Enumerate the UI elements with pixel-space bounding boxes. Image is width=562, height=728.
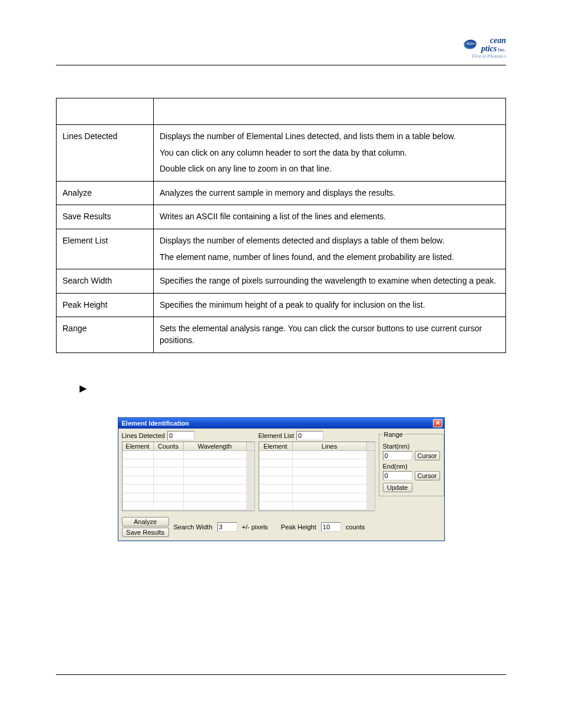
- term-cell: Analyze: [57, 181, 154, 205]
- peak-height-input[interactable]: 10: [321, 522, 341, 532]
- range-end-cursor-button[interactable]: Cursor: [415, 471, 440, 480]
- table-row: Lines DetectedDisplays the number of Ele…: [57, 125, 506, 182]
- table-row: [259, 502, 375, 510]
- search-width-input[interactable]: 3: [217, 522, 237, 532]
- lines-scrollbar[interactable]: [247, 442, 255, 450]
- table-row: [123, 459, 255, 467]
- procedure-marker: ▶: [80, 383, 506, 394]
- table-row: [123, 467, 255, 476]
- logo-suffix: Inc.: [498, 47, 506, 52]
- element-list-value: 0: [296, 431, 323, 440]
- search-width-unit: +/- pixels: [242, 523, 268, 531]
- desc-cell: Specifies the minimum height of a peak t…: [154, 293, 506, 317]
- element-table[interactable]: Element Lines: [259, 442, 375, 511]
- lines-col-element[interactable]: Element: [123, 442, 154, 450]
- dialog-titlebar[interactable]: Element Identification ✕: [118, 418, 444, 429]
- table-row: Search WidthSpecifies the range of pixel…: [57, 269, 506, 294]
- desc-cell: Writes an ASCII file containing a list o…: [154, 205, 506, 229]
- range-end-label: End(nm): [383, 463, 440, 470]
- table-row: AnalyzeAnalyzes the current sample in me…: [57, 181, 506, 205]
- table-row: [259, 451, 375, 459]
- range-end-input[interactable]: 0: [383, 471, 412, 480]
- globe-icon: [462, 38, 479, 51]
- analyze-button[interactable]: Analyze: [122, 517, 169, 526]
- element-scrollbar[interactable]: [367, 442, 375, 450]
- range-start-label: Start(nm): [383, 443, 440, 450]
- range-update-button[interactable]: Update: [383, 483, 412, 492]
- logo-tagline: First in Photonics: [462, 54, 506, 59]
- range-fieldset: Range Start(nm) 0 Cursor End(nm) 0 Curso…: [379, 431, 444, 496]
- element-list-label: Element List: [259, 432, 295, 439]
- table-row: [123, 502, 255, 510]
- table-row: Peak HeightSpecifies the minimum height …: [57, 293, 506, 317]
- brand-logo: cean pticsInc. First in Photonics: [462, 35, 506, 59]
- peak-height-label: Peak Height: [281, 523, 316, 531]
- header-divider: [56, 65, 506, 65]
- table-row: Save ResultsWrites an ASCII file contain…: [57, 205, 506, 229]
- el-col-lines[interactable]: Lines: [293, 442, 367, 450]
- table-row: RangeSets the elemental analysis range. …: [57, 317, 506, 353]
- element-identification-dialog: Element Identification ✕ Lines Detected …: [118, 417, 445, 541]
- table-row: [259, 476, 375, 485]
- table-row: [259, 485, 375, 493]
- table-header-blank-2: [154, 98, 506, 125]
- range-start-input[interactable]: 0: [383, 451, 412, 460]
- table-row: [259, 493, 375, 502]
- dialog-title: Element Identification: [122, 420, 189, 427]
- table-row: Element ListDisplays the number of eleme…: [57, 229, 506, 269]
- range-legend: Range: [383, 431, 404, 438]
- peak-height-unit: counts: [346, 523, 365, 531]
- term-cell: Lines Detected: [57, 125, 154, 182]
- table-row: [259, 467, 375, 476]
- lines-table[interactable]: Element Counts Wavelength: [122, 442, 255, 511]
- range-start-cursor-button[interactable]: Cursor: [415, 451, 440, 460]
- table-row: [123, 493, 255, 502]
- lines-detected-label: Lines Detected: [122, 432, 165, 439]
- definitions-table: Lines DetectedDisplays the number of Ele…: [56, 98, 506, 353]
- search-width-label: Search Width: [174, 523, 213, 531]
- save-results-button[interactable]: Save Results: [122, 528, 169, 537]
- desc-cell: Specifies the range of pixels surroundin…: [154, 269, 506, 294]
- table-row: [123, 485, 255, 493]
- lines-col-wavelength[interactable]: Wavelength: [184, 442, 247, 450]
- desc-cell: Sets the elemental analysis range. You c…: [154, 317, 506, 353]
- footer-divider: [56, 674, 506, 675]
- table-row: [259, 459, 375, 467]
- term-cell: Peak Height: [57, 293, 154, 317]
- logo-text-2: ptics: [481, 44, 497, 53]
- term-cell: Range: [57, 317, 154, 353]
- term-cell: Save Results: [57, 205, 154, 229]
- table-header-blank-1: [57, 98, 154, 125]
- desc-cell: Analyzes the current sample in memory an…: [154, 181, 506, 205]
- term-cell: Element List: [57, 229, 154, 269]
- table-row: [123, 476, 255, 485]
- desc-cell: Displays the number of Elemental Lines d…: [154, 125, 506, 182]
- lines-detected-value: 0: [167, 431, 194, 440]
- el-col-element[interactable]: Element: [259, 442, 293, 450]
- desc-cell: Displays the number of elements detected…: [154, 229, 506, 269]
- table-row: [123, 451, 255, 459]
- term-cell: Search Width: [57, 269, 154, 294]
- lines-col-counts[interactable]: Counts: [154, 442, 184, 450]
- close-icon[interactable]: ✕: [433, 419, 442, 427]
